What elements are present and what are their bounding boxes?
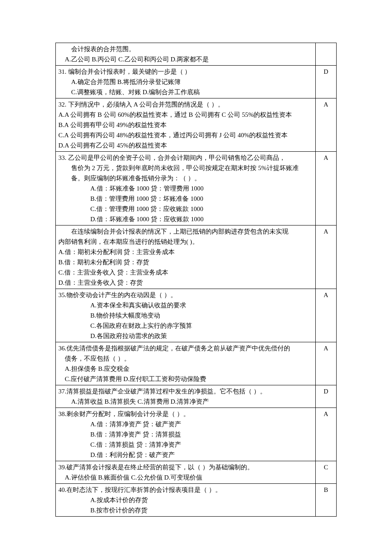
answer-cell xyxy=(316,43,337,66)
question-cell: 31. 编制合并会计报表时，最关键的一步是（ ）A.确定合并范围 B.将抵消分录… xyxy=(56,66,316,98)
question-line: 债务，不应包括（ ）。 xyxy=(58,353,313,364)
answer-cell: A xyxy=(316,342,337,385)
question-line: D.借：利润分配 贷：破产资产 xyxy=(58,450,313,460)
question-line: D.借：坏账准备 1000 贷：应收账款 1000 xyxy=(58,214,313,224)
question-line: 39.破产清算会计报表是在终止经营的前提下，以（ ）为基础编制的。 xyxy=(58,462,313,472)
answer-cell: C xyxy=(316,461,337,484)
answer-cell: A xyxy=(316,289,337,342)
question-cell: 在连续编制合并会计报表的情况下，上期已抵销的内部购进存货包含的未实现内部销售利润… xyxy=(56,225,316,289)
question-line: A.清算收益 B.清算损失 C.清算费用 D.清算净资产 xyxy=(58,396,313,407)
question-line: 内部销售利润，在本期应当进行的抵销处理为( )。 xyxy=(58,237,313,247)
table-row: 31. 编制合并会计报表时，最关键的一步是（ ）A.确定合并范围 B.将抵消分录… xyxy=(56,66,337,98)
question-line: C.A 公司拥有丙公司 48%的权益性资本，通过丙公司拥有 J 公司 40%的权… xyxy=(58,130,313,140)
question-line: 40.在时态法下，按现行汇率折算的会计报表项目是（ ）。 xyxy=(58,485,313,495)
answer-cell: B xyxy=(316,484,337,517)
table-row: 33. 乙公司是甲公司的全资子公司，合并会计期间内，甲公司销售给乙公司商品，售价… xyxy=(56,152,337,225)
question-line: 33. 乙公司是甲公司的全资子公司，合并会计期间内，甲公司销售给乙公司商品， xyxy=(58,153,313,163)
question-line: 备。则应编制的坏账准备抵销分录为：（ ）。 xyxy=(58,173,313,183)
answer-cell: A xyxy=(316,152,337,225)
question-line: C.借：管理费用 1000 贷：应收账款 1000 xyxy=(58,204,313,214)
question-line: B.借：管理费用 1000 贷：坏账准备 1000 xyxy=(58,194,313,204)
question-cell: 36.优先清偿债务是指根据破产法的规定，在破产债务之前从破产资产中优先偿付的债务… xyxy=(56,342,316,385)
question-line: 37.清算损益是指破产企业破产清算过程中发生的净损益。它不包括（ ）。 xyxy=(58,386,313,396)
question-cell: 40.在时态法下，按现行汇率折算的会计报表项目是（ ）。A.按成本计价的存货B.… xyxy=(56,484,316,517)
question-line: 32. 下列情况中，必须纳入 A 公司合并范围的情况是（ ）。 xyxy=(58,99,313,110)
question-line: 35.物价变动会计产生的内在动因是（ ）。 xyxy=(58,290,313,300)
question-line: A.资本保全和真实确认收益的要求 xyxy=(58,300,313,310)
question-line: C.借：清算损益 贷：清算净资产 xyxy=(58,439,313,450)
question-line: C.借：主营业务收入 贷：主营业务成本 xyxy=(58,267,313,278)
question-line: C.各国政府在财政上实行的赤字预算 xyxy=(58,321,313,331)
question-table: 会计报表的合并范围。A.乙公司 B.丙公司 C.乙公司和丙公司 D.两家都不是3… xyxy=(55,43,337,517)
question-cell: 32. 下列情况中，必须纳入 A 公司合并范围的情况是（ ）。A.A 公司拥有 … xyxy=(56,98,316,152)
question-line: D.A 公司拥有乙公司 45%的权益性资本 xyxy=(58,140,313,150)
question-line: A.确定合并范围 B.将抵消分录登记账簿 xyxy=(58,77,313,87)
question-line: A.评估价值 B.账面价值 C.公允价值 D.可变现价值 xyxy=(58,472,313,483)
table-row: 38.剩余财产分配时，应编制会计分录是（ ）。A.借：清算净资产 贷：破产资产B… xyxy=(56,408,337,461)
question-line: B.A 公司拥有甲公司 49%的权益性资本 xyxy=(58,120,313,130)
question-cell: 39.破产清算会计报表是在终止经营的前提下，以（ ）为基础编制的。A.评估价值 … xyxy=(56,461,316,484)
question-line: A.乙公司 B.丙公司 C.乙公司和丙公司 D.两家都不是 xyxy=(58,54,313,64)
question-cell: 38.剩余财产分配时，应编制会计分录是（ ）。A.借：清算净资产 贷：破产资产B… xyxy=(56,408,316,461)
question-line: A.借：期初未分配利润 贷：主营业务成本 xyxy=(58,247,313,257)
answer-cell: A xyxy=(316,98,337,152)
table-row: 40.在时态法下，按现行汇率折算的会计报表项目是（ ）。A.按成本计价的存货B.… xyxy=(56,484,337,517)
question-line: C.应付破产清算费用 D.应付职工工资和劳动保险费 xyxy=(58,374,313,384)
question-line: A.A 公司拥有 B 公司 60%的权益性资本，通过 B 公司拥有 C 公司 5… xyxy=(58,110,313,120)
question-line: D.借：主营业务收入 贷：存货 xyxy=(58,278,313,288)
question-line: 31. 编制合并会计报表时，最关键的一步是（ ） xyxy=(58,66,313,77)
question-line: A.担保债务 B.应交税金 xyxy=(58,364,313,374)
question-line: B.借：清算净资产 贷：清算损益 xyxy=(58,429,313,439)
question-line: 38.剩余财产分配时，应编制会计分录是（ ）。 xyxy=(58,409,313,419)
question-cell: 会计报表的合并范围。A.乙公司 B.丙公司 C.乙公司和丙公司 D.两家都不是 xyxy=(56,43,316,66)
question-line: 售价为 2 万元，货款到年底时尚未收回，甲公司按规定在期末时按 5%计提坏账准 xyxy=(58,163,313,173)
question-line: 36.优先清偿债务是指根据破产法的规定，在破产债务之前从破产资产中优先偿付的 xyxy=(58,343,313,353)
answer-cell: D xyxy=(316,66,337,98)
question-line: A.借：清算净资产 贷：破产资产 xyxy=(58,419,313,429)
table-row: 39.破产清算会计报表是在终止经营的前提下，以（ ）为基础编制的。A.评估价值 … xyxy=(56,461,337,484)
table-row: 在连续编制合并会计报表的情况下，上期已抵销的内部购进存货包含的未实现内部销售利润… xyxy=(56,225,337,289)
table-row: 会计报表的合并范围。A.乙公司 B.丙公司 C.乙公司和丙公司 D.两家都不是 xyxy=(56,43,337,66)
table-row: 37.清算损益是指破产企业破产清算过程中发生的净损益。它不包括（ ）。A.清算收… xyxy=(56,385,337,408)
question-line: C.调整账项，结账、对账 D.编制合并工作底稿 xyxy=(58,87,313,97)
answer-cell: D xyxy=(316,385,337,408)
question-line: B.按市价计价的存货 xyxy=(58,505,313,515)
question-line: 在连续编制合并会计报表的情况下，上期已抵销的内部购进存货包含的未实现 xyxy=(58,226,313,237)
question-cell: 37.清算损益是指破产企业破产清算过程中发生的净损益。它不包括（ ）。A.清算收… xyxy=(56,385,316,408)
question-line: B.物价持续大幅度地变动 xyxy=(58,310,313,321)
question-line: D.各国政府拉动需求的政策 xyxy=(58,331,313,341)
question-cell: 33. 乙公司是甲公司的全资子公司，合并会计期间内，甲公司销售给乙公司商品，售价… xyxy=(56,152,316,225)
question-line: 会计报表的合并范围。 xyxy=(58,44,313,54)
question-line: A.借：坏账准备 1000 贷：管理费用 1000 xyxy=(58,183,313,194)
answer-cell: A xyxy=(316,408,337,461)
question-line: A.按成本计价的存货 xyxy=(58,495,313,505)
answer-cell: A xyxy=(316,225,337,289)
table-row: 35.物价变动会计产生的内在动因是（ ）。A.资本保全和真实确认收益的要求B.物… xyxy=(56,289,337,342)
table-row: 36.优先清偿债务是指根据破产法的规定，在破产债务之前从破产资产中优先偿付的债务… xyxy=(56,342,337,385)
table-row: 32. 下列情况中，必须纳入 A 公司合并范围的情况是（ ）。A.A 公司拥有 … xyxy=(56,98,337,152)
question-cell: 35.物价变动会计产生的内在动因是（ ）。A.资本保全和真实确认收益的要求B.物… xyxy=(56,289,316,342)
question-line: B.借：期初未分配利润 贷：存货 xyxy=(58,257,313,267)
